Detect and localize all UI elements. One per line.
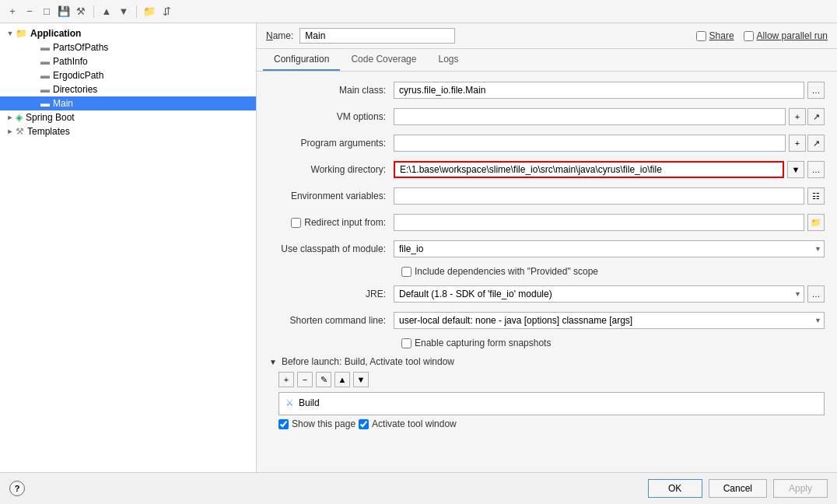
- vm-options-input[interactable]: [394, 108, 786, 125]
- program-args-add-btn[interactable]: +: [789, 135, 806, 152]
- parallel-label: Allow parallel run: [757, 30, 828, 41]
- down-icon[interactable]: ▼: [117, 5, 130, 18]
- up-icon[interactable]: ▲: [100, 5, 113, 18]
- before-launch-header: ▼ Before launch: Build, Activate tool wi…: [269, 356, 825, 367]
- file-icon-directories: ▬: [40, 84, 50, 95]
- redirect-label-text: Redirect input from:: [304, 217, 386, 228]
- tab-logs[interactable]: Logs: [427, 49, 469, 71]
- vm-options-input-wrap: + ↗: [394, 108, 825, 125]
- jre-input-wrap: Default (1.8 - SDK of 'file_io' module) …: [394, 285, 825, 303]
- main-class-input[interactable]: [394, 82, 804, 99]
- jre-browse-btn[interactable]: …: [807, 285, 825, 303]
- working-dir-input-wrap: ▼ …: [394, 161, 825, 178]
- launch-down-btn[interactable]: ▼: [353, 372, 369, 387]
- classpath-row: Use classpath of module: file_io ▼: [269, 240, 825, 258]
- tree-label-springboot: Spring Boot: [26, 112, 75, 123]
- env-vars-input[interactable]: [394, 187, 804, 205]
- launch-remove-btn[interactable]: −: [297, 372, 313, 387]
- vm-options-label: VM options:: [269, 111, 394, 122]
- enable-snapshots-text: Enable capturing form snapshots: [415, 338, 551, 348]
- working-dir-input[interactable]: [394, 161, 784, 178]
- env-vars-browse-btn[interactable]: ☷: [807, 187, 825, 205]
- classpath-label: Use classpath of module:: [269, 243, 394, 254]
- jre-select[interactable]: Default (1.8 - SDK of 'file_io' module): [394, 285, 804, 303]
- cancel-button[interactable]: Cancel: [709, 479, 767, 498]
- settings-icon[interactable]: ⚒: [75, 5, 87, 18]
- launch-up-btn[interactable]: ▲: [334, 372, 350, 387]
- include-deps-checkbox[interactable]: [401, 267, 411, 277]
- right-panel: Name: Share Allow parallel run Configura…: [257, 23, 837, 472]
- program-args-btn-group: + ↗: [789, 135, 825, 152]
- env-vars-input-wrap: ☷: [394, 187, 825, 205]
- enable-snapshots-checkbox[interactable]: [401, 338, 411, 348]
- parallel-checkbox[interactable]: [744, 31, 754, 41]
- env-vars-label: Environment variables:: [269, 191, 394, 201]
- program-args-expand-btn[interactable]: ↗: [807, 135, 825, 152]
- tree-item-pathinfo[interactable]: ▬ PathInfo: [0, 54, 256, 68]
- redirect-checkbox[interactable]: [291, 218, 301, 228]
- vm-options-row: VM options: + ↗: [269, 107, 825, 126]
- vm-options-add-btn[interactable]: +: [789, 108, 806, 125]
- remove-icon[interactable]: −: [23, 5, 36, 18]
- include-deps-label[interactable]: Include dependencies with "Provided" sco…: [401, 266, 598, 277]
- activate-tool-checkbox[interactable]: [359, 419, 369, 429]
- help-button[interactable]: ?: [9, 481, 25, 496]
- main-class-row: Main class: …: [269, 81, 825, 100]
- include-deps-text: Include dependencies with "Provided" sco…: [415, 266, 598, 277]
- jre-row: JRE: Default (1.8 - SDK of 'file_io' mod…: [269, 285, 825, 303]
- launch-toolbar: + − ✎ ▲ ▼: [269, 372, 825, 387]
- add-icon[interactable]: +: [6, 5, 19, 18]
- name-input[interactable]: [299, 28, 455, 44]
- redirect-browse-btn[interactable]: 📁: [807, 214, 825, 231]
- bottom-bar: ? OK Cancel Apply: [0, 472, 837, 504]
- launch-item-build: ⚔ Build: [282, 396, 821, 410]
- sort-icon[interactable]: ⇵: [160, 5, 173, 18]
- main-class-browse-btn[interactable]: …: [807, 82, 825, 99]
- build-item-label: Build: [299, 397, 320, 408]
- redirect-row: Redirect input from: 📁: [269, 213, 825, 232]
- tab-code-coverage[interactable]: Code Coverage: [340, 49, 427, 71]
- share-checkbox[interactable]: [696, 31, 706, 41]
- program-args-input[interactable]: [394, 135, 786, 152]
- left-panel: ▼ 📁 Application ▬ PartsOfPaths ▬ PathInf…: [0, 23, 257, 472]
- program-args-label: Program arguments:: [269, 138, 394, 149]
- working-dir-browse-btn[interactable]: …: [807, 161, 825, 178]
- launch-edit-btn[interactable]: ✎: [316, 372, 331, 387]
- tree-label-main: Main: [53, 98, 73, 109]
- parallel-checkbox-label[interactable]: Allow parallel run: [744, 30, 828, 41]
- tree-item-ergodicpath[interactable]: ▬ ErgodicPath: [0, 68, 256, 82]
- vm-options-btn-group: + ↗: [789, 108, 825, 125]
- ok-button[interactable]: OK: [648, 479, 702, 498]
- expand-icon-partsofpaths: [30, 42, 40, 53]
- launch-add-btn[interactable]: +: [278, 372, 294, 387]
- save-icon[interactable]: 💾: [58, 5, 70, 18]
- tree-item-application[interactable]: ▼ 📁 Application: [0, 26, 256, 40]
- vm-options-expand-btn[interactable]: ↗: [807, 108, 825, 125]
- shorten-label: Shorten command line:: [269, 315, 394, 326]
- tree-item-templates[interactable]: ► ⚒ Templates: [0, 124, 256, 138]
- launch-list: ⚔ Build: [278, 392, 825, 415]
- classpath-select[interactable]: file_io: [394, 240, 825, 257]
- spring-icon-springboot: ◈: [16, 112, 23, 123]
- redirect-input[interactable]: [394, 214, 804, 231]
- shorten-select[interactable]: user-local default: none - java [options…: [394, 312, 825, 329]
- tree-label-partsofpaths: PartsOfPaths: [53, 42, 108, 53]
- tab-configuration[interactable]: Configuration: [263, 49, 340, 71]
- enable-snapshots-label[interactable]: Enable capturing form snapshots: [401, 338, 551, 348]
- build-icon: ⚔: [285, 397, 294, 408]
- wrench-icon-templates: ⚒: [16, 126, 24, 137]
- toolbar: + − □ 💾 ⚒ ▲ ▼ 📁 ⇵: [0, 0, 837, 23]
- jre-select-wrap: Default (1.8 - SDK of 'file_io' module) …: [394, 285, 804, 303]
- working-dir-dropdown-btn[interactable]: ▼: [787, 161, 804, 178]
- show-page-checkbox[interactable]: [278, 419, 289, 429]
- apply-button[interactable]: Apply: [773, 479, 828, 498]
- tree-item-directories[interactable]: ▬ Directories: [0, 82, 256, 96]
- share-checkbox-label[interactable]: Share: [696, 30, 734, 41]
- redirect-input-wrap: 📁: [394, 214, 825, 231]
- copy-icon[interactable]: □: [40, 5, 53, 18]
- before-launch-triangle[interactable]: ▼: [269, 358, 277, 366]
- tree-item-partsofpaths[interactable]: ▬ PartsOfPaths: [0, 40, 256, 54]
- folder-icon[interactable]: 📁: [143, 5, 156, 18]
- tree-item-main[interactable]: ▬ Main: [0, 96, 256, 110]
- tree-item-springboot[interactable]: ► ◈ Spring Boot: [0, 110, 256, 124]
